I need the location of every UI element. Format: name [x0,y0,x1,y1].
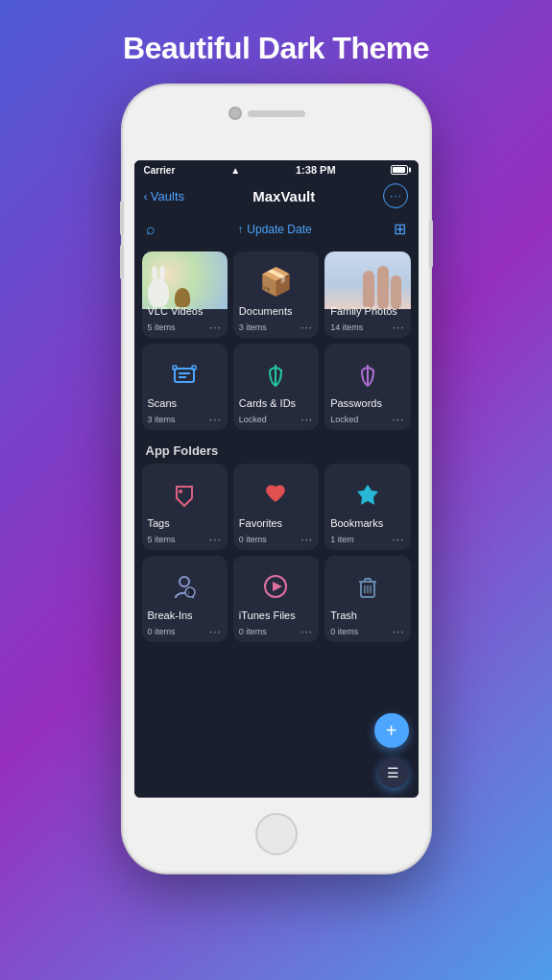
vlc-meta: 5 items ··· [142,321,228,338]
more-icon: ··· [390,189,402,203]
cell-scans[interactable]: Scans 3 items ··· [142,344,228,430]
scans-cell-content: Scans [142,394,228,413]
add-fab-button[interactable]: + [374,713,409,748]
carrier-label: Carrier [144,165,176,176]
vlc-name: VLC Videos [148,305,222,317]
phone-speaker [248,110,305,117]
grid-view-icon[interactable]: ⊞ [394,220,406,238]
time-display: 1:38 PM [296,164,336,176]
scans-dots-icon[interactable]: ··· [209,413,222,426]
grid-row-1: VLC Videos 5 items ··· 📦 Docume [142,251,411,338]
itunes-name: iTunes Files [239,610,313,621]
chevron-left-icon: ‹ [144,189,148,203]
scans-name: Scans [148,397,222,409]
vlc-dots-icon[interactable]: ··· [209,321,222,334]
battery-icon [391,165,408,175]
doc-count: 3 items [239,323,267,332]
doc-cell-content: Documents [233,301,319,321]
passwords-icon [324,347,410,394]
cell-break-ins[interactable]: ! Break-Ins 0 items ··· [142,556,228,642]
more-button[interactable]: ··· [383,183,408,208]
vol-up-button [120,201,124,235]
doc-dots-icon[interactable]: ··· [300,321,313,334]
bookmarks-dots-icon[interactable]: ··· [392,533,404,546]
phone-camera [228,107,242,120]
search-icon[interactable]: ⌕ [146,221,156,238]
break-ins-name: Break-Ins [148,610,222,621]
passwords-meta: Locked ··· [324,413,410,430]
phone-home-button[interactable] [255,813,298,855]
photos-meta: 14 items ··· [324,321,410,338]
back-label: Vaults [151,189,184,203]
bookmarks-name: Bookmarks [330,517,404,529]
cell-bookmarks[interactable]: Bookmarks 1 item ··· [324,464,410,550]
passwords-count: Locked [330,415,358,424]
battery-area [391,165,408,175]
itunes-dots-icon[interactable]: ··· [300,625,313,638]
cell-itunes-files[interactable]: iTunes Files 0 items ··· [233,556,319,642]
itunes-cell-content: iTunes Files [233,606,319,625]
cell-cards-ids[interactable]: Cards & IDs Locked ··· [233,344,319,430]
cards-dots-icon[interactable]: ··· [300,413,313,426]
phone-mockup: Carrier ▲ 1:38 PM ‹ Vaults MaxVault ··· [123,85,430,872]
trash-cell-content: Trash [324,606,410,625]
grid-row-2: Scans 3 items ··· [142,344,411,430]
passwords-name: Passwords [330,397,404,409]
tags-name: Tags [148,517,222,529]
tags-cell-content: Tags [142,514,228,533]
trash-dots-icon[interactable]: ··· [392,625,404,638]
break-ins-cell-content: Break-Ins [142,606,228,625]
bookmarks-icon [324,466,410,514]
side-button [429,220,433,268]
break-ins-dots-icon[interactable]: ··· [209,625,222,638]
itunes-icon [233,558,319,606]
trash-icon [324,558,410,606]
break-ins-meta: 0 items ··· [142,625,228,642]
cell-trash[interactable]: Trash 0 items ··· [324,556,410,642]
tags-icon [142,466,228,514]
cell-tags[interactable]: Tags 5 items ··· [142,464,228,550]
vlc-count: 5 items [148,323,176,332]
favorites-dots-icon[interactable]: ··· [300,533,313,546]
cell-family-photos[interactable]: Family Photos 14 items ··· [324,251,410,338]
content-scroll-area: VLC Videos 5 items ··· 📦 Docume [134,244,419,798]
svg-point-7 [180,577,189,586]
svg-marker-6 [357,485,378,505]
cell-passwords[interactable]: Passwords Locked ··· [324,344,410,430]
sort-label: Update Date [247,223,311,236]
wifi-icon: ▲ [230,165,240,176]
favorites-count: 0 items [239,535,267,544]
cell-favorites[interactable]: Favorites 0 items ··· [233,464,319,550]
doc-meta: 3 items ··· [233,321,319,338]
passwords-dots-icon[interactable]: ··· [392,413,404,426]
tags-meta: 5 items ··· [142,533,228,550]
break-ins-count: 0 items [148,627,176,636]
app-folders-row-2: ! Break-Ins 0 items ··· [142,556,411,642]
documents-icon-area: 📦 [233,252,319,301]
sort-arrow-icon: ↑ [237,223,243,236]
itunes-meta: 0 items ··· [233,625,319,642]
add-icon: + [386,720,397,742]
cell-vlc-videos[interactable]: VLC Videos 5 items ··· [142,251,228,338]
cards-meta: Locked ··· [233,413,319,430]
trash-meta: 0 items ··· [324,625,410,642]
scans-count: 3 items [148,415,176,424]
back-button[interactable]: ‹ Vaults [144,189,185,203]
svg-text:!: ! [187,589,189,598]
photos-dots-icon[interactable]: ··· [392,321,404,334]
trash-name: Trash [330,610,404,621]
app-folders-row-1: Tags 5 items ··· [142,464,411,550]
svg-point-5 [179,490,182,493]
svg-rect-3 [173,366,177,370]
bookmarks-cell-content: Bookmarks [324,514,410,533]
vol-down-button [120,245,124,279]
trash-count: 0 items [330,627,358,636]
tags-dots-icon[interactable]: ··· [209,533,222,546]
nav-title: MaxVault [252,188,315,204]
doc-icon: 📦 [259,266,293,298]
sort-button[interactable]: ↑ Update Date [237,223,311,236]
cell-documents[interactable]: 📦 Documents 3 items ··· [233,251,319,338]
menu-fab-button[interactable]: ☰ [378,757,409,788]
vlc-cell-content: VLC Videos [142,301,228,321]
nav-bar: ‹ Vaults MaxVault ··· [134,178,419,214]
